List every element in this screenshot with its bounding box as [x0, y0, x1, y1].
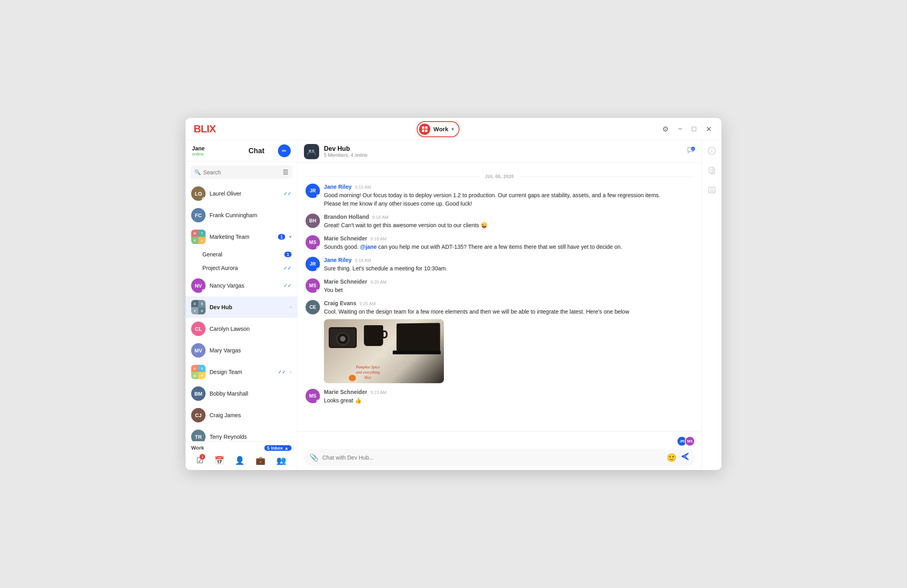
item-label: Craig James [210, 412, 292, 418]
right-panel: i [701, 140, 721, 470]
group-avatar: D E V H [191, 300, 206, 314]
chat-input-row: 📎 🙂 [304, 449, 695, 466]
minimize-button[interactable]: − [677, 123, 684, 135]
sidebar-item-project-aurora[interactable]: Project Aurora ✓✓ [186, 261, 297, 275]
calendar-button[interactable]: 📅 [213, 454, 226, 467]
sender-name: Marie Schneider [324, 235, 367, 242]
message-body: Jane Riley 9:15 AM Good morning! Our foc… [324, 184, 693, 208]
item-label: Frank Cunningham [210, 212, 292, 218]
svg-rect-3 [425, 130, 428, 132]
sidebar-item-dev-hub[interactable]: D E V H Dev Hub › [186, 296, 297, 318]
chat-area: Dev Hub 5 Members, 4 online ✉ [298, 140, 701, 470]
channel-avatar [304, 144, 319, 159]
item-label: Bobby Marshall [210, 390, 292, 397]
send-button[interactable] [681, 452, 689, 463]
message-avatar: JR [306, 184, 320, 198]
sidebar-item-marketing-team[interactable]: M T E A Marketing Team 1 ▾ [186, 226, 297, 248]
message-avatar: MS [306, 278, 320, 293]
item-label: Nancy Vargas [210, 282, 280, 289]
sidebar-item-general[interactable]: General 1 [186, 248, 297, 261]
workspace-pill[interactable]: Work ▾ [417, 121, 459, 137]
message-body: Jane Riley 9:18 AM Sure thing. Let's sch… [324, 257, 693, 273]
avatar: LO [191, 186, 206, 201]
app-logo: BLIX [194, 123, 216, 135]
sender-name: Brandon Holland [324, 214, 369, 220]
message-text: Good morning! Our focus today is to depl… [324, 191, 693, 208]
main-layout: Jane online Chat ✏ 🔍 ☰ LO Laurel Oliver … [186, 140, 721, 470]
sidebar-item-craig-james[interactable]: CJ Craig James [186, 404, 297, 426]
item-label: Design Team [210, 369, 274, 375]
group-avatar: M T E A [191, 230, 206, 244]
briefcase-button[interactable]: 💼 [254, 454, 267, 467]
message-time: 9:20 AM [370, 280, 386, 284]
app-window: BLIX Work ▾ ⚙ − □ ✕ [186, 118, 721, 470]
unread-badge: 1 [278, 234, 285, 240]
contacts-button[interactable]: 👤 [233, 454, 246, 467]
avatar: CJ [191, 408, 206, 422]
chevron-icon: ▾ [289, 234, 292, 240]
filter-icon[interactable]: ☰ [283, 168, 288, 176]
check-icon: ✓✓ [278, 369, 286, 375]
attach-button[interactable]: 📎 [310, 453, 318, 462]
svg-point-4 [309, 150, 311, 152]
footer-workspace-name: Work [191, 445, 204, 451]
message-avatar: MS [306, 235, 320, 250]
chat-header: Dev Hub 5 Members, 4 online ✉ [298, 140, 701, 163]
message-row: CE Craig Evans 9:20 AM Cool. Waiting on … [306, 300, 693, 383]
sidebar-item-terry-reynolds[interactable]: TR Terry Reynolds [186, 426, 297, 441]
svg-rect-1 [425, 126, 428, 129]
sidebar-item-laurel-oliver[interactable]: LO Laurel Oliver ✓✓ [186, 183, 297, 204]
files-button[interactable] [706, 165, 717, 178]
sender-name: Jane Riley [324, 257, 352, 263]
message-avatar: MS [306, 389, 320, 403]
thread-button[interactable]: ✉ [686, 146, 695, 157]
inbox-badge[interactable]: 5 Inbox ▲ [264, 445, 292, 451]
members-button[interactable] [706, 184, 717, 198]
avatar: CL [191, 322, 206, 336]
info-button[interactable]: i [706, 145, 717, 158]
item-label: Marketing Team [210, 234, 274, 240]
sender-name: Craig Evans [324, 300, 356, 306]
chat-input[interactable] [322, 454, 663, 461]
sidebar-item-carolyn-lawson[interactable]: CL Carolyn Lawson [186, 318, 297, 340]
sidebar-item-frank-cunningham[interactable]: FC Frank Cunningham [186, 204, 297, 226]
messages-container: JUL 06, 2020 JR Jane Riley 9:15 AM Good … [298, 163, 701, 432]
sidebar-item-bobby-marshall[interactable]: BM Bobby Marshall [186, 383, 297, 404]
tasks-button[interactable]: ☑ 1 [195, 454, 205, 467]
team-button[interactable]: 👥 [275, 454, 288, 467]
message-time: 9:18 AM [355, 258, 371, 263]
message-row: JR Jane Riley 9:15 AM Good morning! Our … [306, 184, 693, 208]
message-text: Cool. Waiting on the design team for a f… [324, 308, 693, 316]
workspace-name: Work [434, 126, 448, 132]
chevron-icon: › [290, 304, 292, 310]
message-avatar: CE [306, 300, 320, 314]
message-text: Looks great 👍 [324, 396, 693, 405]
emoji-button[interactable]: 🙂 [667, 453, 677, 462]
date-label: JUL 06, 2020 [485, 174, 514, 179]
compose-button[interactable]: ✏ [278, 144, 291, 157]
workspace-chevron-icon: ▾ [452, 126, 454, 132]
message-time: 9:18 AM [370, 236, 386, 241]
message-body: Marie Schneider 9:18 AM Sounds good. @ja… [324, 235, 693, 251]
message-body: Craig Evans 9:20 AM Cool. Waiting on the… [324, 300, 693, 383]
maximize-button[interactable]: □ [690, 123, 698, 135]
unread-badge: 1 [284, 252, 292, 257]
sidebar-item-design-team[interactable]: D S G N Design Team ✓✓ › [186, 361, 297, 383]
chat-header-actions: ✉ [686, 146, 695, 157]
search-input[interactable] [203, 169, 280, 176]
message-header: Craig Evans 9:20 AM [324, 300, 693, 306]
sender-name: Marie Schneider [324, 278, 367, 285]
message-image: Pumpkin Spiceand everythingNice [324, 319, 444, 383]
avatar: FC [191, 208, 206, 222]
sidebar-item-mary-vargas[interactable]: MV Mary Vargas [186, 340, 297, 361]
channel-name: Dev Hub [324, 145, 686, 152]
user-name: Jane [192, 145, 235, 152]
workspace-icon [419, 124, 430, 135]
svg-rect-0 [422, 126, 424, 129]
sidebar-item-nancy-vargas[interactable]: NV Nancy Vargas ✓✓ [186, 275, 297, 296]
close-button[interactable]: ✕ [704, 123, 713, 135]
footer-workspace-row: Work 5 Inbox ▲ [191, 445, 292, 451]
check-icon: ✓✓ [284, 265, 292, 271]
settings-button[interactable]: ⚙ [661, 123, 670, 135]
message-body: Brandon Holland 9:16 AM Great! Can't wai… [324, 214, 693, 230]
